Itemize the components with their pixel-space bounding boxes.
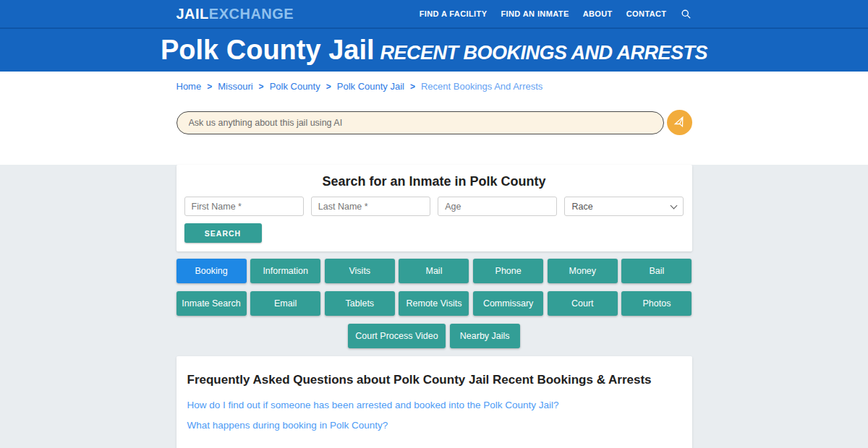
ai-ask-bar bbox=[176, 110, 692, 135]
last-name-field[interactable] bbox=[311, 197, 430, 216]
breadcrumb-search-strip: Home > Missouri > Polk County > Polk Cou… bbox=[0, 72, 868, 147]
service-button-mail[interactable]: Mail bbox=[399, 259, 469, 283]
nav-contact[interactable]: CONTACT bbox=[626, 9, 667, 18]
service-button-remote-visits[interactable]: Remote Visits bbox=[399, 291, 469, 316]
top-nav: FIND A FACILITY FIND AN INMATE ABOUT CON… bbox=[420, 8, 692, 20]
service-button-booking[interactable]: Booking bbox=[176, 259, 247, 283]
service-button-phone[interactable]: Phone bbox=[473, 259, 543, 283]
service-button-photos[interactable]: Photos bbox=[621, 291, 692, 316]
faq-heading: Frequently Asked Questions about Polk Co… bbox=[187, 373, 681, 387]
logo-exchange-text: EXCHANGE bbox=[209, 6, 294, 22]
service-row-2: Inmate Search Email Tablets Remote Visit… bbox=[176, 291, 692, 316]
service-row-3: Court Process Video Nearby Jails bbox=[176, 324, 692, 348]
chevron-right-icon: > bbox=[259, 82, 264, 92]
page-title: Polk County JailRECENT BOOKINGS AND ARRE… bbox=[161, 35, 707, 66]
service-button-nearby-jails[interactable]: Nearby Jails bbox=[450, 324, 520, 348]
service-button-inmate-search[interactable]: Inmate Search bbox=[176, 291, 247, 316]
page-title-subtitle: RECENT BOOKINGS AND ARRESTS bbox=[380, 42, 708, 64]
race-select-wrap: Race bbox=[564, 197, 684, 216]
breadcrumb-recent-bookings[interactable]: Recent Bookings And Arrests bbox=[421, 81, 542, 92]
service-button-court-process-video[interactable]: Court Process Video bbox=[348, 324, 445, 348]
breadcrumb-polk-county[interactable]: Polk County bbox=[270, 81, 320, 92]
search-button[interactable]: SEARCH bbox=[184, 223, 262, 243]
service-button-tablets[interactable]: Tablets bbox=[325, 291, 395, 316]
breadcrumb-home[interactable]: Home bbox=[176, 81, 202, 92]
chevron-right-icon: > bbox=[410, 82, 415, 92]
faq-links: How do I find out if someone has been ar… bbox=[187, 400, 681, 431]
race-select[interactable]: Race bbox=[564, 197, 684, 216]
inmate-search-card: Search for an Inmate in Polk County Race… bbox=[176, 165, 692, 251]
breadcrumb-polk-county-jail[interactable]: Polk County Jail bbox=[337, 81, 404, 92]
service-button-visits[interactable]: Visits bbox=[325, 259, 395, 283]
service-button-commissary[interactable]: Commissary bbox=[473, 291, 543, 316]
service-button-bail[interactable]: Bail bbox=[621, 259, 692, 283]
paper-plane-icon bbox=[671, 115, 686, 130]
service-button-grid: Booking Information Visits Mail Phone Mo… bbox=[176, 259, 692, 348]
logo-jail-text: JAIL bbox=[176, 6, 209, 22]
top-bar: JAILEXCHANGE FIND A FACILITY FIND AN INM… bbox=[0, 0, 868, 29]
service-button-email[interactable]: Email bbox=[250, 291, 320, 316]
service-row-1: Booking Information Visits Mail Phone Mo… bbox=[176, 259, 692, 283]
inmate-search-fields: Race bbox=[184, 197, 684, 216]
nav-about[interactable]: ABOUT bbox=[583, 9, 613, 18]
jailexchange-logo[interactable]: JAILEXCHANGE bbox=[176, 6, 294, 22]
faq-card: Frequently Asked Questions about Polk Co… bbox=[176, 356, 692, 448]
service-button-court[interactable]: Court bbox=[548, 291, 618, 316]
first-name-field[interactable] bbox=[184, 197, 304, 216]
page-title-banner: Polk County JailRECENT BOOKINGS AND ARRE… bbox=[0, 29, 868, 72]
age-field[interactable] bbox=[438, 197, 557, 216]
nav-find-an-inmate[interactable]: FIND AN INMATE bbox=[501, 9, 569, 18]
service-button-information[interactable]: Information bbox=[250, 259, 320, 283]
ai-ask-input[interactable] bbox=[176, 111, 664, 134]
breadcrumb: Home > Missouri > Polk County > Polk Cou… bbox=[176, 81, 692, 92]
page-title-main: Polk County Jail bbox=[161, 35, 375, 65]
search-icon[interactable] bbox=[681, 8, 692, 20]
chevron-right-icon: > bbox=[326, 82, 331, 92]
service-button-money[interactable]: Money bbox=[548, 259, 618, 283]
main-content-area: Search for an Inmate in Polk County Race… bbox=[0, 165, 868, 448]
nav-find-a-facility[interactable]: FIND A FACILITY bbox=[420, 9, 488, 18]
breadcrumb-missouri[interactable]: Missouri bbox=[218, 81, 252, 92]
inmate-search-title: Search for an Inmate in Polk County bbox=[184, 173, 684, 189]
chevron-right-icon: > bbox=[207, 82, 212, 92]
faq-question-arrested-booked[interactable]: How do I find out if someone has been ar… bbox=[187, 400, 681, 410]
ai-send-button[interactable] bbox=[667, 110, 692, 135]
faq-question-booking-process[interactable]: What happens during booking in Polk Coun… bbox=[187, 420, 681, 431]
